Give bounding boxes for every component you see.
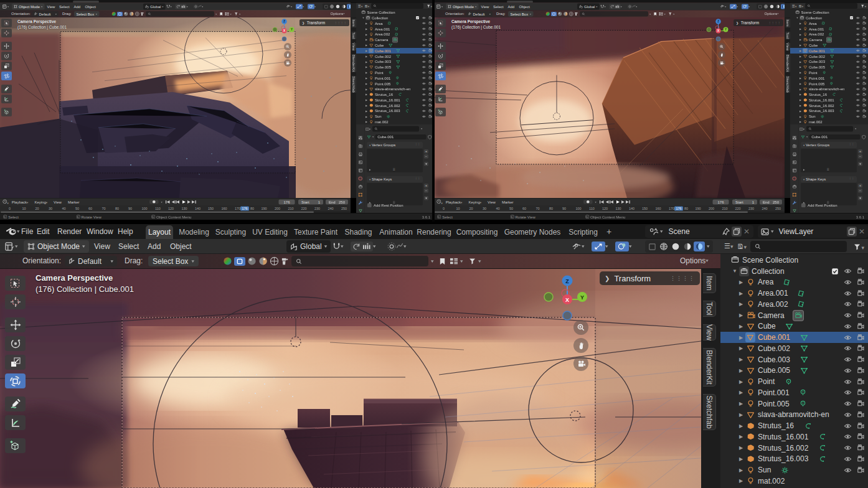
svg-text:Z: Z bbox=[717, 20, 719, 23]
svg-text:Y: Y bbox=[291, 28, 293, 31]
svg-text:X: X bbox=[717, 29, 719, 32]
svg-text:Z: Z bbox=[283, 20, 285, 23]
svg-text:Z: Z bbox=[565, 278, 569, 284]
svg-text:X: X bbox=[565, 297, 569, 303]
svg-text:Y: Y bbox=[580, 294, 584, 301]
svg-text:Y: Y bbox=[725, 28, 727, 31]
svg-text:X: X bbox=[283, 29, 285, 32]
